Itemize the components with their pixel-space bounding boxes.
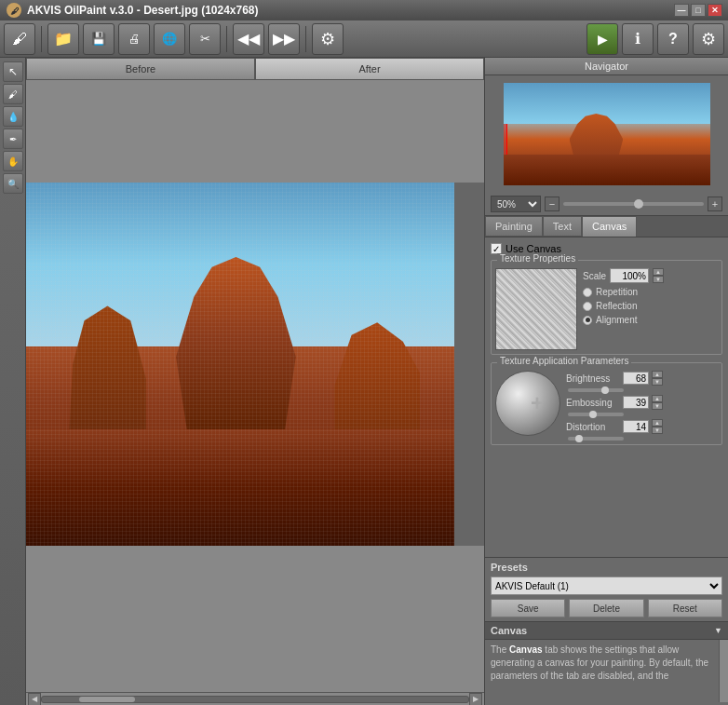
- canvas-bottom-gray: [26, 546, 484, 692]
- scrollbar-track[interactable]: [41, 696, 469, 703]
- scale-spinner: ▲ ▼: [653, 268, 664, 283]
- alignment-row: Alignment: [583, 315, 718, 325]
- scrollbar-thumb[interactable]: [79, 697, 135, 702]
- controls-panel: ✓ Use Canvas Texture Properties Scale ▲ …: [485, 237, 728, 557]
- save-button[interactable]: 💾: [83, 23, 115, 55]
- repetition-row: Repetition: [583, 287, 718, 297]
- move-tool[interactable]: ✋: [3, 151, 23, 171]
- title-bar: 🖌 AKVIS OilPaint v.3.0 - Desert.jpg (102…: [0, 0, 728, 20]
- browser-button[interactable]: 🌐: [154, 23, 185, 55]
- print-button[interactable]: 🖨: [118, 23, 150, 55]
- presets-title: Presets: [491, 562, 722, 573]
- brightness-input[interactable]: [623, 372, 649, 385]
- embossing-up[interactable]: ▲: [652, 395, 663, 402]
- scale-input[interactable]: [610, 268, 649, 283]
- scroll-left[interactable]: ◀: [28, 693, 41, 706]
- zoom-out-btn[interactable]: −: [545, 197, 559, 211]
- texture-properties-box: Texture Properties Scale ▲ ▼: [491, 260, 722, 355]
- distortion-up[interactable]: ▲: [652, 419, 663, 427]
- info-content: The Canvas tab shows the settings that a…: [485, 640, 719, 702]
- canvas-image: [26, 183, 454, 546]
- texture-props-inner: Scale ▲ ▼ Repetition: [495, 268, 718, 350]
- arrow-tool[interactable]: ↖: [3, 61, 23, 82]
- scroll-right[interactable]: ▶: [469, 693, 482, 706]
- app-icon: 🖌: [6, 2, 22, 19]
- reflection-radio[interactable]: [583, 302, 592, 311]
- repetition-radio[interactable]: [583, 288, 592, 297]
- save-preset-button[interactable]: Save: [491, 599, 565, 617]
- embossing-input[interactable]: [623, 396, 649, 409]
- tab-painting[interactable]: Painting: [485, 216, 543, 237]
- before-tab[interactable]: Before: [26, 58, 255, 80]
- zoom-thumb[interactable]: [634, 199, 643, 209]
- param-controls: Brightness ▲ ▼ Embossing: [566, 371, 718, 441]
- delete-preset-button[interactable]: Delete: [569, 599, 643, 617]
- panel-tabs: Painting Text Canvas: [485, 216, 728, 237]
- brush-tool[interactable]: 🖌: [3, 84, 23, 104]
- open-button[interactable]: 📁: [47, 23, 79, 55]
- info-scrollbar[interactable]: [719, 640, 728, 702]
- distortion-input[interactable]: [623, 420, 649, 433]
- navigator-title: Navigator: [485, 58, 728, 75]
- zoom-in-btn[interactable]: +: [708, 197, 722, 211]
- reflection-label: Reflection: [596, 301, 637, 311]
- zoom-select[interactable]: 50%: [491, 196, 541, 212]
- distortion-spinner: ▲ ▼: [652, 419, 663, 434]
- before-after-tabs: Before After: [26, 58, 484, 80]
- pen-tool[interactable]: ✒: [3, 129, 23, 149]
- canvas-gray-top: [26, 80, 484, 183]
- maximize-button[interactable]: □: [691, 4, 706, 17]
- presets-select[interactable]: AKVIS Default (1): [491, 576, 722, 595]
- help-button[interactable]: ?: [657, 23, 689, 55]
- plugin-button[interactable]: ✂: [189, 23, 221, 55]
- brightness-thumb[interactable]: [601, 386, 609, 394]
- zoom-slider[interactable]: [563, 202, 704, 206]
- embossing-slider[interactable]: [568, 413, 624, 416]
- brightness-row: Brightness ▲ ▼: [566, 371, 718, 386]
- presets-section: Presets AKVIS Default (1) Save Delete Re…: [485, 557, 728, 621]
- eyedropper-tool[interactable]: 💧: [3, 106, 23, 127]
- preferences-button[interactable]: ⚙: [693, 23, 724, 55]
- forward-button[interactable]: ▶▶: [268, 23, 300, 55]
- reset-preset-button[interactable]: Reset: [648, 599, 722, 617]
- minimize-button[interactable]: —: [674, 4, 689, 17]
- settings-button[interactable]: ⚙: [312, 23, 344, 55]
- sphere-preview: +: [495, 371, 560, 436]
- repetition-label: Repetition: [596, 287, 638, 297]
- distortion-slider[interactable]: [568, 437, 624, 441]
- embossing-down[interactable]: ▼: [652, 402, 663, 410]
- horizontal-scrollbar[interactable]: ◀ ▶: [26, 692, 484, 705]
- scale-down[interactable]: ▼: [653, 276, 664, 283]
- reflection-row: Reflection: [583, 301, 718, 311]
- separator-3: [305, 26, 306, 52]
- texture-preview: [495, 268, 577, 350]
- run-button[interactable]: ▶: [586, 23, 618, 55]
- scale-label: Scale: [583, 271, 606, 281]
- info-button[interactable]: ℹ: [622, 23, 654, 55]
- embossing-spinner: ▲ ▼: [652, 395, 663, 410]
- paint-button[interactable]: 🖌: [4, 23, 35, 55]
- brightness-up[interactable]: ▲: [652, 371, 663, 378]
- back-button[interactable]: ◀◀: [233, 23, 264, 55]
- app-params-inner: + Brightness ▲ ▼: [495, 371, 718, 441]
- zoom-tool[interactable]: 🔍: [3, 173, 23, 194]
- scale-up[interactable]: ▲: [653, 268, 664, 276]
- brightness-spinner: ▲ ▼: [652, 371, 663, 386]
- right-panel: Navigator 50% − +: [484, 58, 728, 705]
- desert-scene: [26, 183, 454, 546]
- tab-canvas[interactable]: Canvas: [582, 216, 637, 237]
- brightness-label: Brightness: [566, 373, 620, 384]
- tab-text[interactable]: Text: [543, 216, 582, 237]
- distortion-down[interactable]: ▼: [652, 427, 663, 434]
- brightness-down[interactable]: ▼: [652, 378, 663, 386]
- alignment-label: Alignment: [596, 315, 637, 325]
- close-button[interactable]: ✕: [708, 4, 722, 17]
- distortion-thumb[interactable]: [575, 435, 583, 442]
- brightness-slider[interactable]: [568, 388, 624, 392]
- after-tab[interactable]: After: [255, 58, 484, 80]
- navigator-zoom: 50% − +: [485, 193, 728, 215]
- navigator-image: [504, 83, 710, 185]
- alignment-radio[interactable]: [583, 316, 592, 325]
- embossing-thumb[interactable]: [589, 411, 597, 418]
- info-scroll-indicator: ▼: [714, 626, 722, 635]
